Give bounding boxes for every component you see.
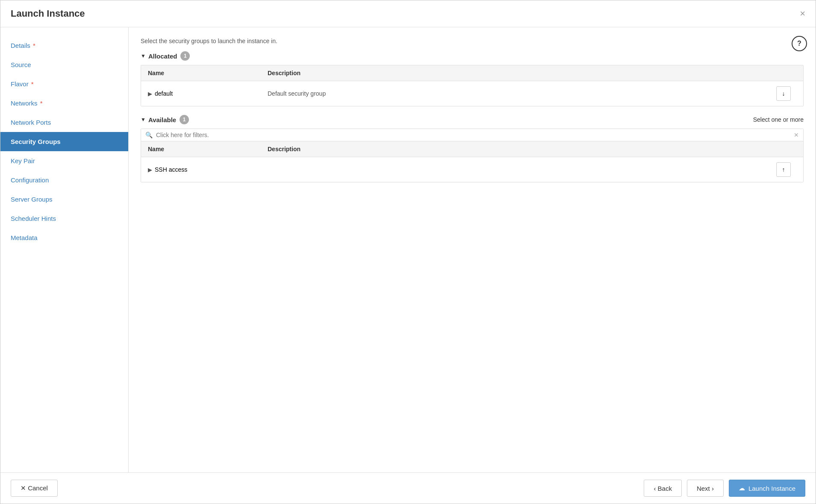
search-icon: 🔍 — [145, 132, 153, 138]
deallocate-button[interactable]: ↓ — [776, 86, 791, 101]
required-asterisk: * — [29, 80, 34, 88]
available-item-name: SSH access — [155, 166, 187, 173]
launch-instance-modal: Launch Instance × Details *SourceFlavor … — [0, 0, 816, 504]
allocated-section-header: ▼ Allocated 1 — [141, 51, 804, 61]
available-table: 🔍 ✕ Name Description ▶ SSH access — [141, 129, 804, 182]
available-label: Available — [148, 116, 176, 123]
footer-right: ‹ Back Next › ☁ Launch Instance — [644, 480, 805, 497]
available-row-ssh: ▶ SSH access ↑ — [141, 157, 803, 182]
allocated-col-description: Description — [268, 70, 771, 76]
sidebar: Details *SourceFlavor *Networks *Network… — [0, 27, 129, 472]
allocated-chevron-icon: ▼ — [141, 53, 146, 59]
allocated-col-action — [771, 70, 796, 76]
sidebar-item-metadata[interactable]: Metadata — [0, 228, 128, 247]
modal-title: Launch Instance — [11, 8, 85, 19]
sidebar-item-server-groups[interactable]: Server Groups — [0, 190, 128, 209]
modal-body: Details *SourceFlavor *Networks *Network… — [0, 27, 816, 472]
cancel-button[interactable]: ✕ Cancel — [11, 480, 58, 497]
next-button[interactable]: Next › — [687, 480, 724, 497]
filter-clear-icon[interactable]: ✕ — [794, 132, 799, 138]
allocated-table: Name Description ▶ default Default secur… — [141, 65, 804, 106]
select-hint: Select one or more — [753, 116, 804, 123]
sidebar-item-details[interactable]: Details * — [0, 36, 128, 55]
launch-cloud-icon: ☁ — [739, 484, 745, 492]
required-asterisk: * — [31, 42, 35, 49]
sidebar-item-scheduler-hints[interactable]: Scheduler Hints — [0, 209, 128, 228]
modal-footer: ✕ Cancel ‹ Back Next › ☁ Launch Instance — [0, 472, 816, 504]
help-icon: ? — [797, 40, 801, 47]
allocated-col-name: Name — [148, 70, 268, 76]
allocated-table-header: Name Description — [141, 65, 803, 81]
available-count-badge: 1 — [180, 115, 189, 124]
filter-bar: 🔍 ✕ — [141, 129, 803, 141]
allocated-item-description: Default security group — [268, 90, 771, 97]
sidebar-item-key-pair[interactable]: Key Pair — [0, 151, 128, 170]
sidebar-item-flavor[interactable]: Flavor * — [0, 74, 128, 94]
expand-icon[interactable]: ▶ — [148, 91, 152, 97]
back-button[interactable]: ‹ Back — [644, 480, 682, 497]
footer-left: ✕ Cancel — [11, 480, 58, 497]
modal-header: Launch Instance × — [0, 0, 816, 27]
main-content: Select the security groups to launch the… — [129, 27, 816, 472]
available-section-header: ▼ Available 1 Select one or more — [141, 115, 804, 124]
required-asterisk: * — [38, 100, 43, 107]
allocate-button[interactable]: ↑ — [776, 162, 791, 177]
sidebar-item-networks[interactable]: Networks * — [0, 94, 128, 113]
sidebar-item-security-groups[interactable]: Security Groups — [0, 132, 128, 151]
close-button[interactable]: × — [800, 9, 805, 18]
available-col-description: Description — [268, 146, 771, 152]
available-table-header: Name Description — [141, 141, 803, 157]
sidebar-item-source[interactable]: Source — [0, 55, 128, 74]
allocated-count-badge: 1 — [180, 51, 190, 61]
expand-icon-ssh[interactable]: ▶ — [148, 167, 152, 173]
section-description: Select the security groups to launch the… — [141, 38, 804, 44]
allocated-item-name: default — [155, 90, 173, 97]
sidebar-item-network-ports[interactable]: Network Ports — [0, 113, 128, 132]
help-button[interactable]: ? — [792, 36, 807, 51]
launch-label: Launch Instance — [748, 485, 795, 492]
available-col-name: Name — [148, 146, 268, 152]
available-col-action — [771, 146, 796, 152]
available-chevron-icon: ▼ — [141, 117, 146, 123]
allocated-row-name: ▶ default — [148, 90, 268, 97]
sidebar-item-configuration[interactable]: Configuration — [0, 170, 128, 190]
available-row-name: ▶ SSH access — [148, 166, 268, 173]
allocated-item-action: ↓ — [771, 86, 796, 101]
allocated-row-default: ▶ default Default security group ↓ — [141, 81, 803, 106]
available-item-action: ↑ — [771, 162, 796, 177]
filter-input[interactable] — [156, 132, 794, 138]
allocated-label: Allocated — [148, 53, 177, 60]
launch-instance-button[interactable]: ☁ Launch Instance — [729, 480, 805, 497]
